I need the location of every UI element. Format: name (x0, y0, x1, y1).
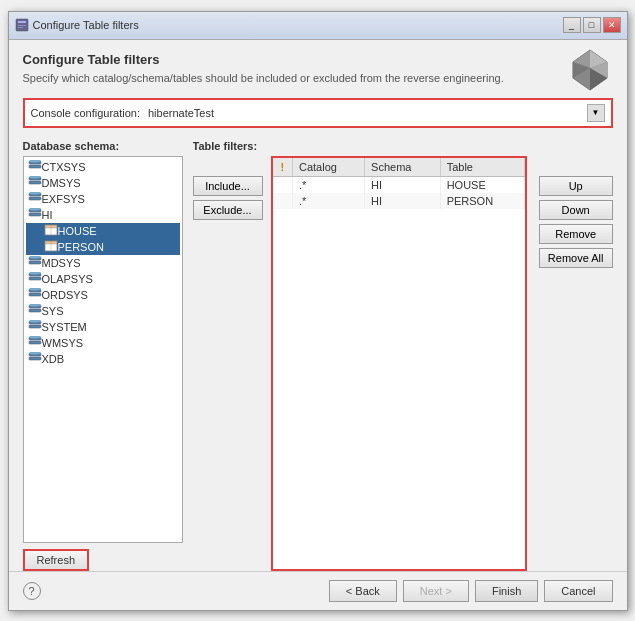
cell-catalog: .* (293, 193, 365, 209)
close-button[interactable]: ✕ (603, 17, 621, 33)
table-row[interactable]: .*HIPERSON (273, 193, 525, 209)
table-row[interactable]: .*HIHOUSE (273, 176, 525, 193)
exclude-button[interactable]: Exclude... (193, 200, 263, 220)
dialog-title: Configure Table filters (23, 52, 613, 67)
footer-left: ? (23, 582, 41, 600)
title-bar-text: Configure Table filters (33, 19, 139, 31)
console-config-row: Console configuration: hibernateTest ▼ (23, 98, 613, 128)
tree-item-label: MDSYS (42, 257, 81, 269)
database-icon (28, 176, 42, 190)
main-window: Configure Table filters _ □ ✕ Configure … (8, 11, 628, 611)
svg-rect-50 (29, 357, 41, 360)
up-button[interactable]: Up (539, 176, 613, 196)
tree-item-exfsys[interactable]: EXFSYS (26, 191, 180, 207)
tree-item-label: EXFSYS (42, 193, 85, 205)
cell-warn (273, 176, 293, 193)
filter-buttons-panel: Include... Exclude... (193, 156, 263, 571)
database-icon (28, 288, 42, 302)
col-header-warn: ! (273, 158, 293, 177)
svg-rect-12 (29, 165, 41, 168)
database-icon (28, 160, 42, 174)
cell-table: PERSON (440, 193, 524, 209)
tree-item-label: HI (42, 209, 53, 221)
svg-rect-3 (18, 27, 23, 28)
tree-item-system[interactable]: SYSTEM (26, 319, 180, 335)
database-icon (28, 192, 42, 206)
filters-table-grid: ! Catalog Schema Table .*HIHOUSE.*HIPERS… (271, 156, 527, 571)
footer-right: < Back Next > Finish Cancel (329, 580, 613, 602)
include-button[interactable]: Include... (193, 176, 263, 196)
remove-button[interactable]: Remove (539, 224, 613, 244)
tree-item-label: WMSYS (42, 337, 84, 349)
svg-rect-44 (29, 325, 41, 328)
minimize-button[interactable]: _ (563, 17, 581, 33)
svg-rect-15 (29, 181, 41, 184)
table-icon (44, 224, 58, 238)
table-filters-panel: ! Catalog Schema Table .*HIHOUSE.*HIPERS… (271, 156, 527, 571)
tree-item-label: CTXSYS (42, 161, 86, 173)
back-button[interactable]: < Back (329, 580, 397, 602)
tree-item-sys[interactable]: SYS (26, 303, 180, 319)
tree-item-hi[interactable]: HI (26, 207, 180, 223)
tree-item-mdsys[interactable]: MDSYS (26, 255, 180, 271)
svg-rect-26 (45, 225, 57, 228)
finish-button[interactable]: Finish (475, 580, 538, 602)
cell-schema: HI (365, 176, 441, 193)
database-schema-label: Database schema: (23, 140, 183, 152)
tree-item-wmsys[interactable]: WMSYS (26, 335, 180, 351)
next-button[interactable]: Next > (403, 580, 469, 602)
remove-all-button[interactable]: Remove All (539, 248, 613, 268)
dialog-footer: ? < Back Next > Finish Cancel (9, 571, 627, 610)
cell-warn (273, 193, 293, 209)
filters-table: ! Catalog Schema Table .*HIHOUSE.*HIPERS… (273, 158, 525, 209)
tree-item-label: OLAPSYS (42, 273, 93, 285)
tree-item-label: SYSTEM (42, 321, 87, 333)
database-icon (28, 352, 42, 366)
col-header-schema: Schema (365, 158, 441, 177)
console-config-dropdown[interactable]: ▼ (587, 104, 605, 122)
tree-item-olapsys[interactable]: OLAPSYS (26, 271, 180, 287)
console-config-value: hibernateTest (148, 107, 587, 119)
col-header-table: Table (440, 158, 524, 177)
tree-item-ordsys[interactable]: ORDSYS (26, 287, 180, 303)
svg-rect-2 (18, 25, 26, 26)
database-icon (28, 320, 42, 334)
svg-rect-21 (29, 213, 41, 216)
tree-item-dmsys[interactable]: DMSYS (26, 175, 180, 191)
database-icon (28, 336, 42, 350)
tree-item-label: ORDSYS (42, 289, 88, 301)
dialog-content: Configure Table filters Specify which ca… (9, 40, 627, 571)
database-icon (28, 256, 42, 270)
svg-rect-30 (45, 241, 57, 244)
main-area: Database schema: CTXSYS DMSYS EXFSYS HI … (23, 140, 613, 571)
tree-item-person[interactable]: PERSON (26, 239, 180, 255)
right-panel: Table filters: Include... Exclude... (193, 140, 613, 571)
title-bar: Configure Table filters _ □ ✕ (9, 12, 627, 40)
cancel-button[interactable]: Cancel (544, 580, 612, 602)
help-button[interactable]: ? (23, 582, 41, 600)
refresh-button[interactable]: Refresh (23, 549, 90, 571)
svg-rect-41 (29, 309, 41, 312)
svg-rect-38 (29, 293, 41, 296)
dialog-description: Specify which catalog/schema/tables shou… (23, 71, 613, 86)
tree-item-house[interactable]: HOUSE (26, 223, 180, 239)
tree-item-label: PERSON (58, 241, 104, 253)
tree-item-ctxsys[interactable]: CTXSYS (26, 159, 180, 175)
right-top-area: Include... Exclude... ! Catalog (193, 156, 613, 571)
action-buttons-panel: Up Down Remove Remove All (539, 156, 613, 571)
console-config-label: Console configuration: (31, 107, 140, 119)
refresh-row: Refresh (23, 549, 183, 571)
svg-rect-18 (29, 197, 41, 200)
svg-rect-1 (18, 21, 26, 23)
maximize-button[interactable]: □ (583, 17, 601, 33)
tree-item-xdb[interactable]: XDB (26, 351, 180, 367)
col-header-catalog: Catalog (293, 158, 365, 177)
database-schema-tree[interactable]: CTXSYS DMSYS EXFSYS HI HOUSE PERSON (23, 156, 183, 543)
cell-schema: HI (365, 193, 441, 209)
window-icon (15, 18, 29, 32)
svg-rect-32 (29, 261, 41, 264)
down-button[interactable]: Down (539, 200, 613, 220)
tree-item-label: DMSYS (42, 177, 81, 189)
tree-item-label: XDB (42, 353, 65, 365)
title-bar-left: Configure Table filters (15, 18, 139, 32)
